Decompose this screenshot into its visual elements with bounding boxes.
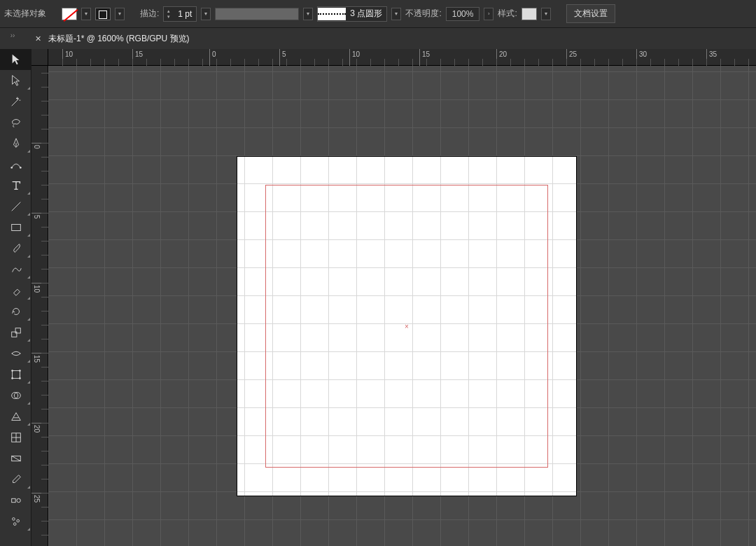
style-label: 样式: (498, 8, 517, 20)
shape-builder-tool[interactable] (0, 385, 31, 406)
scale-tool[interactable] (0, 322, 31, 343)
stroke-swatch[interactable] (95, 8, 111, 20)
stroke-dropdown[interactable]: ▾ (115, 8, 125, 20)
ruler-vertical[interactable]: 0510152025 (31, 66, 48, 546)
fill-dropdown[interactable]: ▾ (81, 8, 91, 20)
svg-rect-14 (11, 498, 15, 502)
type-tool[interactable] (0, 175, 31, 196)
opacity-label: 不透明度: (405, 8, 441, 20)
selection-status: 未选择对象 (4, 8, 46, 20)
eraser-tool[interactable] (0, 280, 31, 301)
style-swatch[interactable] (522, 8, 537, 20)
opacity-arrow[interactable]: › (484, 8, 493, 20)
gradient-tool[interactable] (0, 448, 31, 469)
perspective-tool[interactable] (0, 406, 31, 427)
canvas-area[interactable]: × (48, 66, 756, 546)
stroke-profile-dropdown[interactable]: ▾ (303, 8, 313, 20)
width-tool[interactable] (0, 343, 31, 364)
svg-rect-5 (12, 371, 20, 379)
svg-point-17 (16, 519, 19, 522)
mesh-tool[interactable] (0, 427, 31, 448)
document-tab-bar: ✕ 未标题-1* @ 1600% (RGB/GPU 预览) (0, 28, 756, 49)
svg-rect-2 (11, 225, 20, 231)
svg-point-6 (11, 370, 13, 372)
paintbrush-tool[interactable] (0, 238, 31, 259)
svg-point-16 (12, 518, 15, 521)
brush-preset[interactable]: 3 点圆形 (317, 6, 387, 22)
fill-swatch[interactable] (62, 8, 77, 20)
close-tab-icon[interactable]: ✕ (35, 34, 41, 43)
svg-point-18 (13, 523, 16, 526)
symbol-sprayer-tool[interactable] (0, 511, 31, 532)
rotate-tool[interactable] (0, 301, 31, 322)
blend-tool[interactable] (0, 490, 31, 511)
eyedropper-tool[interactable] (0, 469, 31, 490)
stroke-weight-input[interactable]: ▴▾ 1 pt (163, 6, 197, 22)
style-dropdown[interactable]: ▾ (541, 8, 551, 20)
svg-point-9 (19, 377, 21, 379)
document-setup-button[interactable]: 文档设置 (566, 4, 615, 23)
stroke-profile[interactable] (215, 8, 299, 20)
svg-rect-4 (15, 328, 20, 333)
lasso-tool[interactable] (0, 112, 31, 133)
rectangle-tool[interactable] (0, 217, 31, 238)
stroke-weight-dropdown[interactable]: ▾ (201, 8, 211, 20)
control-bar: 未选择对象 ▾ ▾ 描边: ▴▾ 1 pt ▾ ▾ 3 点圆形 ▾ 不透明度: … (0, 0, 756, 28)
line-tool[interactable] (0, 196, 31, 217)
pen-tool[interactable] (0, 133, 31, 154)
artboard[interactable]: × (237, 157, 576, 496)
svg-point-7 (19, 370, 21, 372)
ruler-horizontal[interactable]: 101505101520253035 (48, 49, 756, 66)
svg-point-1 (19, 167, 21, 169)
brush-dropdown[interactable]: ▾ (391, 8, 401, 20)
magic-wand-tool[interactable] (0, 91, 31, 112)
center-mark-icon: × (405, 323, 409, 330)
direct-selection-tool[interactable] (0, 70, 31, 91)
shaper-tool[interactable] (0, 259, 31, 280)
toolbox (0, 49, 31, 546)
svg-point-15 (16, 498, 20, 502)
free-transform-tool[interactable] (0, 364, 31, 385)
svg-rect-3 (11, 332, 16, 337)
expand-panel-icon[interactable]: ›› (3, 29, 22, 41)
document-tab-title[interactable]: 未标题-1* @ 1600% (RGB/GPU 预览) (48, 33, 190, 45)
curvature-tool[interactable] (0, 154, 31, 175)
svg-point-8 (11, 377, 13, 379)
ruler-origin[interactable] (31, 49, 48, 66)
opacity-value[interactable]: 100% (446, 7, 480, 21)
selection-tool[interactable] (0, 49, 31, 70)
workspace: 101505101520253035 0510152025 × (31, 49, 756, 546)
stroke-label: 描边: (140, 8, 159, 20)
svg-point-0 (10, 167, 13, 169)
